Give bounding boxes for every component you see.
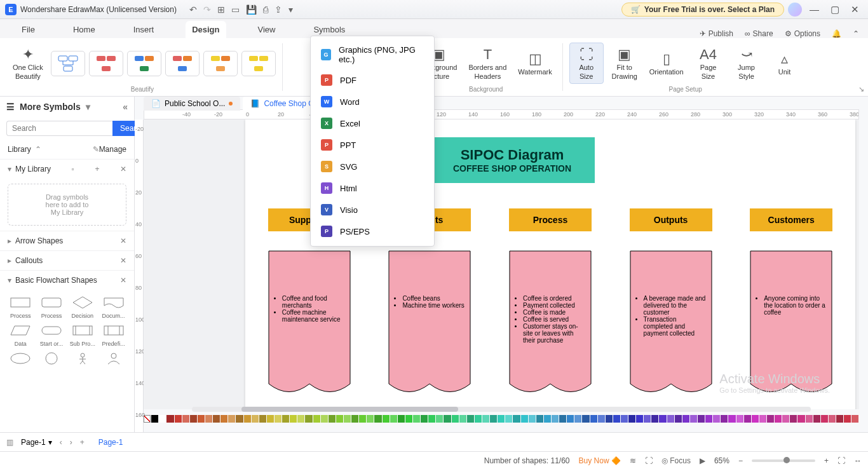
color-swatch[interactable] bbox=[405, 415, 412, 423]
color-swatch[interactable] bbox=[728, 415, 735, 423]
new-icon[interactable]: ⊞ bbox=[217, 4, 225, 15]
minimize-button[interactable]: — bbox=[806, 4, 823, 15]
color-swatch[interactable] bbox=[736, 415, 743, 423]
collapse-panel-icon[interactable]: « bbox=[123, 102, 128, 112]
zoom-out-icon[interactable]: − bbox=[738, 456, 743, 465]
tab-view[interactable]: View bbox=[252, 21, 282, 38]
page-size-button[interactable]: A4Page Size bbox=[691, 43, 726, 83]
theme-preset-2[interactable] bbox=[89, 51, 123, 76]
shape-process-rounded[interactable]: Process bbox=[37, 294, 66, 319]
fullscreen-icon[interactable]: ⛶ bbox=[645, 456, 653, 465]
shape-decision[interactable]: Decision bbox=[69, 294, 97, 319]
color-swatch[interactable] bbox=[621, 415, 628, 423]
color-swatch[interactable] bbox=[275, 415, 281, 423]
page-list-icon[interactable]: ▥ bbox=[6, 438, 13, 447]
color-swatch[interactable] bbox=[490, 415, 497, 423]
close-lib-icon[interactable]: ✕ bbox=[120, 165, 126, 173]
prev-page-icon[interactable]: ‹ bbox=[60, 438, 62, 447]
export-option[interactable]: HHtml bbox=[311, 177, 434, 199]
color-swatch[interactable] bbox=[529, 415, 536, 423]
section-callouts[interactable]: Callouts bbox=[15, 256, 43, 265]
doc-tab-public-school[interactable]: 📄 Public School O... bbox=[144, 97, 240, 111]
share-link[interactable]: ∞ Share bbox=[745, 29, 773, 38]
section-arrow-shapes[interactable]: Arrow Shapes bbox=[15, 236, 63, 245]
color-swatch[interactable] bbox=[421, 415, 428, 423]
color-swatch[interactable] bbox=[782, 415, 789, 423]
color-swatch[interactable] bbox=[390, 415, 397, 423]
color-swatch[interactable] bbox=[552, 415, 559, 423]
color-swatch[interactable] bbox=[775, 415, 782, 423]
export-option[interactable]: SSVG bbox=[311, 156, 434, 177]
color-swatch[interactable] bbox=[413, 415, 420, 423]
shape-start[interactable]: Start or... bbox=[37, 322, 66, 347]
tab-file[interactable]: File bbox=[15, 21, 41, 38]
color-swatch[interactable] bbox=[844, 415, 851, 423]
collapse-ribbon-icon[interactable]: ⌃ bbox=[853, 29, 859, 38]
color-swatch[interactable] bbox=[290, 415, 297, 423]
color-swatch[interactable] bbox=[813, 415, 820, 423]
color-swatch[interactable] bbox=[675, 415, 682, 423]
redo-icon[interactable]: ↷ bbox=[203, 4, 211, 15]
color-swatch[interactable] bbox=[151, 415, 158, 423]
close-button[interactable]: ✕ bbox=[847, 4, 863, 15]
color-swatch[interactable] bbox=[836, 415, 843, 423]
color-swatch[interactable] bbox=[444, 415, 451, 423]
color-swatch[interactable] bbox=[851, 415, 858, 423]
zoom-slider[interactable] bbox=[752, 459, 815, 462]
color-swatch[interactable] bbox=[467, 415, 474, 423]
theme-preset-6[interactable] bbox=[241, 51, 276, 76]
color-swatch[interactable] bbox=[651, 415, 658, 423]
color-swatch[interactable] bbox=[244, 415, 251, 423]
color-swatch[interactable] bbox=[582, 415, 589, 423]
color-swatch[interactable] bbox=[159, 415, 166, 423]
export-option[interactable]: WWord bbox=[311, 91, 434, 112]
borders-headers-button[interactable]: TBorders and Headers bbox=[465, 43, 510, 83]
color-swatch[interactable] bbox=[259, 415, 266, 423]
export-option[interactable]: PPPT bbox=[311, 134, 434, 156]
color-swatch[interactable] bbox=[598, 415, 605, 423]
fit-to-drawing-button[interactable]: ▣Fit to Drawing bbox=[607, 43, 642, 83]
color-swatch[interactable] bbox=[567, 415, 574, 423]
color-swatch[interactable] bbox=[705, 415, 712, 423]
color-swatch[interactable] bbox=[821, 415, 828, 423]
color-swatch[interactable] bbox=[398, 415, 405, 423]
color-swatch[interactable] bbox=[367, 415, 374, 423]
color-swatch[interactable] bbox=[744, 415, 751, 423]
color-swatch[interactable] bbox=[452, 415, 459, 423]
color-swatch[interactable] bbox=[166, 415, 173, 423]
tab-design[interactable]: Design bbox=[186, 21, 226, 38]
color-swatch[interactable] bbox=[198, 415, 205, 423]
color-swatch[interactable] bbox=[482, 415, 489, 423]
close-section-icon[interactable]: ✕ bbox=[120, 276, 126, 285]
open-icon[interactable]: ▭ bbox=[231, 4, 240, 15]
sipoc-title-box[interactable]: SIPOC Diagram COFFEE SHOP OPERATION bbox=[430, 137, 595, 183]
color-swatch[interactable] bbox=[498, 415, 505, 423]
export-icon[interactable]: ⇪ bbox=[275, 4, 282, 15]
color-swatch[interactable] bbox=[351, 415, 358, 423]
one-click-beautify-button[interactable]: ✦ One Click Beautify bbox=[9, 43, 47, 83]
color-swatch[interactable] bbox=[698, 415, 705, 423]
color-swatch[interactable] bbox=[521, 415, 528, 423]
no-color-swatch[interactable] bbox=[144, 415, 151, 423]
user-avatar[interactable] bbox=[788, 3, 802, 17]
color-swatch[interactable] bbox=[767, 415, 774, 423]
theme-preset-5[interactable] bbox=[203, 51, 238, 76]
buy-now-link[interactable]: Buy Now 🔶 bbox=[579, 456, 621, 465]
color-swatch[interactable] bbox=[721, 415, 728, 423]
drop-zone[interactable]: Drag symbols here to add to My Library bbox=[8, 184, 126, 226]
export-option[interactable]: PPS/EPS bbox=[311, 221, 434, 242]
color-swatch[interactable] bbox=[690, 415, 697, 423]
color-swatch[interactable] bbox=[659, 415, 666, 423]
add-lib-icon[interactable]: + bbox=[95, 165, 99, 173]
color-swatch[interactable] bbox=[505, 415, 512, 423]
canvas[interactable]: SIPOC Diagram COFFEE SHOP OPERATION Supp… bbox=[144, 119, 859, 409]
jump-style-button[interactable]: ⤻Jump Style bbox=[729, 43, 764, 83]
color-swatch[interactable] bbox=[313, 415, 320, 423]
close-section-icon[interactable]: ✕ bbox=[120, 256, 126, 265]
color-swatch[interactable] bbox=[752, 415, 759, 423]
color-swatch[interactable] bbox=[759, 415, 766, 423]
color-swatch[interactable] bbox=[667, 415, 674, 423]
color-swatch[interactable] bbox=[536, 415, 543, 423]
shape-user[interactable] bbox=[99, 350, 128, 369]
notification-icon[interactable]: 🔔 bbox=[832, 29, 841, 38]
